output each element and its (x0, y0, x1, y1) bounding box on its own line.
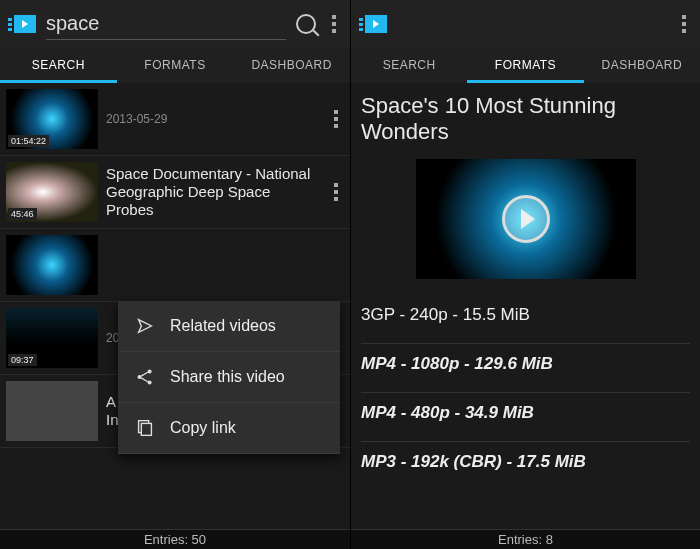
video-thumbnail: 45:46 (6, 162, 98, 222)
format-option[interactable]: MP3 - 192k (CBR) - 17.5 MiB (361, 441, 690, 482)
overflow-icon[interactable] (326, 9, 342, 39)
result-list: 01:54:22 2013-05-29 45:46 Space Document… (0, 83, 350, 529)
tabs: SEARCH FORMATS DASHBOARD (0, 48, 350, 83)
tabs: SEARCH FORMATS DASHBOARD (351, 48, 700, 83)
list-item[interactable] (0, 229, 350, 302)
video-preview[interactable] (416, 159, 636, 279)
item-overflow-icon[interactable] (328, 177, 344, 207)
video-title: Space Documentary - National Geographic … (106, 165, 320, 219)
search-input[interactable]: space (46, 8, 286, 40)
footer-entries: Entries: 50 (0, 529, 350, 549)
svg-rect-4 (141, 423, 151, 435)
tab-formats[interactable]: FORMATS (117, 48, 234, 83)
format-detail: Space's 10 Most Stunning Wonders 3GP - 2… (351, 83, 700, 529)
date-label: 2013-05-29 (106, 112, 320, 126)
header: space (0, 0, 350, 48)
tab-formats[interactable]: FORMATS (467, 48, 583, 83)
tab-dashboard[interactable]: DASHBOARD (584, 48, 700, 83)
format-option[interactable]: MP4 - 480p - 34.9 MiB (361, 392, 690, 433)
app-icon[interactable] (359, 15, 387, 33)
menu-share-video[interactable]: Share this video (118, 352, 340, 403)
tab-search[interactable]: SEARCH (0, 48, 117, 83)
video-thumbnail: 01:54:22 (6, 89, 98, 149)
screen-formats: SEARCH FORMATS DASHBOARD Space's 10 Most… (350, 0, 700, 549)
duration-badge: 45:46 (8, 208, 37, 220)
item-overflow-icon[interactable] (328, 104, 344, 134)
menu-related-videos[interactable]: Related videos (118, 301, 340, 352)
header (351, 0, 700, 48)
video-thumbnail: 09:37 (6, 308, 98, 368)
duration-badge: 09:37 (8, 354, 37, 366)
app-icon[interactable] (8, 15, 36, 33)
list-item[interactable]: 01:54:22 2013-05-29 (0, 83, 350, 156)
footer-entries: Entries: 8 (351, 529, 700, 549)
format-option[interactable]: MP4 - 1080p - 129.6 MiB (361, 343, 690, 384)
tab-search[interactable]: SEARCH (351, 48, 467, 83)
copy-icon (134, 417, 156, 439)
list-item[interactable]: 45:46 Space Documentary - National Geogr… (0, 156, 350, 229)
related-icon (134, 315, 156, 337)
svg-point-1 (148, 369, 152, 373)
tab-dashboard[interactable]: DASHBOARD (233, 48, 350, 83)
menu-copy-link[interactable]: Copy link (118, 403, 340, 454)
format-option[interactable]: 3GP - 240p - 15.5 MiB (361, 295, 690, 335)
video-thumbnail (6, 235, 98, 295)
video-thumbnail (6, 381, 98, 441)
context-menu: Related videos Share this video Copy lin… (118, 301, 340, 454)
screen-search: space SEARCH FORMATS DASHBOARD 01:54:22 … (0, 0, 350, 549)
overflow-icon[interactable] (676, 9, 692, 39)
play-icon (502, 195, 550, 243)
search-icon[interactable] (296, 14, 316, 34)
svg-point-2 (148, 380, 152, 384)
video-title: Space's 10 Most Stunning Wonders (361, 89, 690, 151)
duration-badge: 01:54:22 (8, 135, 49, 147)
share-icon (134, 366, 156, 388)
